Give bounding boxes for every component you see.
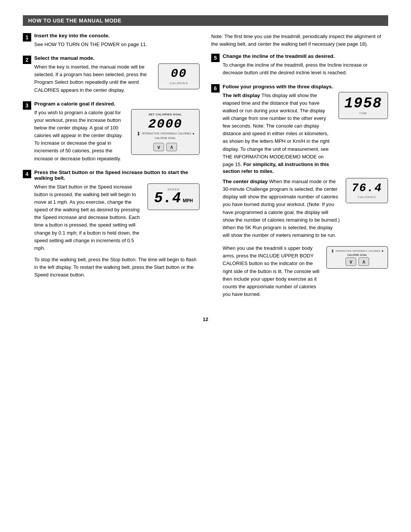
center-display-body: When the manual mode or the 30-minute Ch…: [223, 179, 340, 238]
crosswalk-icon-row: INTERACTIVE CROSSWALK CALORIES ●: [136, 131, 194, 136]
calorie-decrease-button[interactable]: ∨: [153, 143, 164, 151]
step-number-1: 1: [23, 33, 31, 42]
speed-number: 5.4: [154, 191, 181, 206]
step-5-content: Change the incline of the treadmill as d…: [223, 53, 388, 77]
step-6-content: Follow your progress with the three disp…: [223, 84, 388, 299]
right-column: Note: The first time you use the treadmi…: [211, 33, 388, 305]
step-4-body: When the Start button or the Speed incre…: [34, 183, 143, 252]
step-4-display: SPEED 5.4 MPH: [147, 183, 200, 210]
step-6-center-text: The center display When the manual mode …: [223, 178, 340, 239]
small-crosswalk-icon: [331, 249, 335, 253]
small-crosswalk-label: INTERACTIVE CROSSWALK CALORIES: [336, 250, 380, 252]
small-calorie-increase-button[interactable]: ∧: [358, 257, 369, 266]
step-number-3: 3: [23, 101, 31, 110]
step-2: 2 Select the manual mode. When the key i…: [23, 55, 200, 94]
step-6-left-text: The left display This display will show …: [223, 92, 333, 174]
step-5: 5 Change the incline of the treadmill as…: [211, 53, 388, 77]
step-5-title: Change the incline of the treadmill as d…: [223, 53, 388, 59]
step-6-bottom-section: When you use the treadmill s upper body …: [223, 244, 388, 298]
bottom-text: When you use the treadmill s upper body …: [223, 244, 321, 298]
step-number-4: 4: [23, 170, 31, 178]
svg-rect-3: [332, 251, 333, 252]
crosswalk-icon: [136, 131, 141, 136]
left-display-panel-wrapper: 1958 TIME: [338, 92, 388, 119]
step-4: 4 Press the Start button or the Speed in…: [23, 169, 200, 279]
step-2-display-number: 00: [171, 68, 187, 80]
step-1-body: See HOW TO TURN ON THE POWER on page 11.: [34, 41, 200, 48]
step-3-title: Program a calorie goal if desired.: [34, 101, 200, 107]
step-3-text: If you wish to program a calorie goal fo…: [34, 109, 126, 163]
step-6-title: Follow your progress with the three disp…: [223, 84, 388, 89]
step-1: 1 Insert the key into the console. See H…: [23, 33, 200, 48]
left-display-body: This display will show the elapsed time …: [223, 93, 330, 167]
left-display-title: The left display: [223, 93, 260, 98]
note-top: Note: The first time you use the treadmi…: [211, 33, 388, 48]
left-column: 1 Insert the key into the console. See H…: [23, 33, 200, 305]
step-3-content: Program a calorie goal if desired. If yo…: [34, 101, 200, 163]
speed-panel: SPEED 5.4 MPH: [147, 183, 200, 210]
step-4-title: Press the Start button or the Speed incr…: [34, 169, 200, 181]
step-2-display-label: CALORIES: [170, 81, 188, 85]
left-display-panel: 1958 TIME: [338, 92, 388, 119]
step-3-display: SET CALORIES GOAL 2000 INTERACTIVE CROSS…: [131, 109, 200, 155]
calorie-goal-buttons-row: ∨ ∧: [153, 143, 177, 151]
step-4-content: Press the Start button or the Speed incr…: [34, 169, 200, 279]
step-number-2: 2: [23, 56, 31, 64]
step-1-title: Insert the key into the console.: [34, 33, 200, 38]
small-crosswalk-dot: ●: [382, 249, 384, 253]
bottom-panel-wrapper: INTERACTIVE CROSSWALK CALORIES ● CALORIE…: [326, 246, 388, 269]
speed-mph: MPH: [183, 198, 193, 203]
bottom-body: When you use the treadmill s upper body …: [223, 245, 319, 297]
calorie-goal-label-row: CALORIE GOAL: [155, 137, 176, 139]
center-display-number: 76.4: [352, 182, 382, 194]
step-6-center-display-section: The center display When the manual mode …: [223, 178, 388, 239]
step-2-display-panel: 00 CALORIES: [158, 63, 200, 89]
step-4-text: When the Start button or the Speed incre…: [34, 183, 143, 252]
center-display-title: The center display: [223, 179, 268, 184]
crosswalk-dot: ●: [193, 132, 194, 136]
small-calorie-decrease-button[interactable]: ∨: [346, 257, 356, 266]
svg-point-0: [138, 132, 139, 133]
step-3: 3 Program a calorie goal if desired. If …: [23, 101, 200, 163]
step-3-body: If you wish to program a calorie goal fo…: [34, 109, 126, 163]
small-goal-panel: INTERACTIVE CROSSWALK CALORIES ● CALORIE…: [326, 246, 388, 269]
step-2-body: When the key is inserted, the manual mod…: [34, 63, 153, 94]
center-display-panel: 76.4 CALORIES: [346, 178, 388, 203]
step-number-5: 5: [211, 54, 220, 62]
left-display-label: TIME: [359, 112, 367, 115]
center-display-panel-wrapper: 76.4 CALORIES: [346, 178, 388, 203]
crosswalk-label: INTERACTIVE CROSSWALK CALORIES: [142, 132, 191, 135]
small-buttons-row: ∨ ∧: [346, 257, 369, 266]
step-2-content: Select the manual mode. When the key is …: [34, 55, 200, 94]
step-5-body: To change the incline of the treadmill, …: [223, 61, 388, 77]
center-display-label: CALORIES: [358, 195, 376, 199]
calorie-increase-button[interactable]: ∧: [166, 143, 177, 151]
calorie-goal-top-label: SET CALORIES GOAL: [149, 113, 182, 116]
small-calorie-goal-label: CALORIE GOAL: [347, 254, 367, 256]
calorie-goal-number: 2000: [148, 118, 183, 131]
svg-point-2: [332, 249, 333, 251]
calorie-goal-panel: SET CALORIES GOAL 2000 INTERACTIVE CROSS…: [131, 109, 200, 155]
step-6: 6 Follow your progress with the three di…: [211, 84, 388, 299]
step-2-text: When the key is inserted, the manual mod…: [34, 63, 153, 94]
svg-rect-1: [138, 133, 139, 135]
step-1-content: Insert the key into the console. See HOW…: [34, 33, 200, 48]
step-number-6: 6: [211, 84, 220, 93]
section-header: HOW TO USE THE MANUAL MODE: [23, 15, 388, 26]
small-crosswalk-icon-row: INTERACTIVE CROSSWALK CALORIES ●: [331, 249, 384, 253]
stop-text: To stop the walking belt, press the Stop…: [34, 256, 200, 279]
step-2-display: 00 CALORIES: [158, 63, 200, 89]
page-content: HOW TO USE THE MANUAL MODE 1 Insert the …: [23, 15, 388, 322]
left-display-number: 1958: [344, 96, 382, 111]
page-number: 12: [23, 316, 388, 322]
step-2-title: Select the manual mode.: [34, 55, 200, 61]
step-6-left-display-section: The left display This display will show …: [223, 92, 388, 174]
